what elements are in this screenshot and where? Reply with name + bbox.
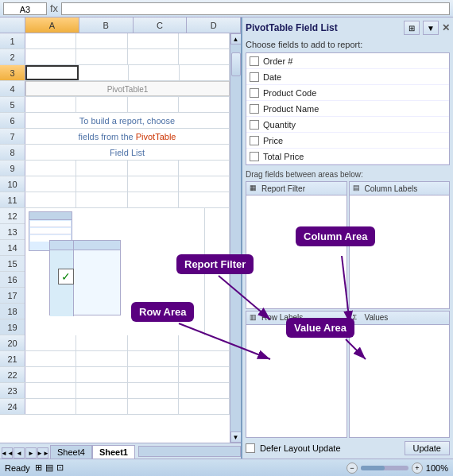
cell[interactable] <box>179 383 230 398</box>
cell[interactable] <box>76 399 127 414</box>
cell[interactable] <box>180 65 230 80</box>
nav-last[interactable]: ►► <box>37 447 48 459</box>
row-number: 20 <box>0 335 25 350</box>
cell[interactable] <box>25 399 76 414</box>
list-item[interactable]: Order # <box>246 53 449 69</box>
cell[interactable] <box>128 383 179 398</box>
cell[interactable] <box>76 192 127 207</box>
col-header-c[interactable]: C <box>134 17 188 33</box>
column-labels-zone[interactable]: ▤ Column Labels <box>349 181 451 309</box>
zoom-out-button[interactable]: − <box>347 462 358 474</box>
cell[interactable] <box>128 176 179 192</box>
cell[interactable] <box>76 383 127 398</box>
page-layout-icon[interactable]: ⊞ <box>35 462 42 473</box>
scroll-up-button[interactable]: ▲ <box>230 33 242 45</box>
cell[interactable] <box>128 49 179 64</box>
cell[interactable] <box>128 335 179 350</box>
cell[interactable] <box>179 335 230 350</box>
row-number: 1 <box>0 33 25 48</box>
cell[interactable] <box>179 351 230 366</box>
cell[interactable] <box>179 33 230 48</box>
field-checkbox-product-name[interactable] <box>250 104 259 114</box>
cell[interactable] <box>25 161 76 176</box>
cell[interactable] <box>79 65 130 80</box>
nav-first[interactable]: ◄◄ <box>2 447 13 459</box>
nav-next[interactable]: ► <box>25 447 37 459</box>
cell[interactable] <box>179 161 230 176</box>
cell[interactable] <box>179 399 230 414</box>
field-checkbox-price[interactable] <box>250 136 259 145</box>
cell[interactable] <box>25 192 76 207</box>
cell[interactable] <box>179 97 230 112</box>
field-checkbox-quantity[interactable] <box>250 120 259 130</box>
list-item[interactable]: Price <box>246 133 449 149</box>
row-labels-zone[interactable]: ▥ Row Labels <box>246 311 347 439</box>
zoom-in-button[interactable]: + <box>412 462 423 474</box>
cell[interactable] <box>129 65 180 80</box>
scroll-thumb[interactable] <box>231 52 241 76</box>
cell[interactable] <box>128 33 179 48</box>
page-view-icon[interactable]: ⊡ <box>56 462 64 473</box>
col-header-b[interactable]: B <box>79 17 134 33</box>
field-list-options-button[interactable]: ⊞ <box>404 21 420 35</box>
page-break-icon[interactable]: ▤ <box>45 462 53 473</box>
report-filter-zone[interactable]: ▦ Report Filter <box>246 181 347 309</box>
vertical-scrollbar[interactable]: ▲ ▼ <box>230 33 241 443</box>
column-headers: A B C D <box>0 17 241 33</box>
col-header-a[interactable]: A <box>25 17 79 33</box>
scroll-down-button[interactable]: ▼ <box>230 431 242 443</box>
list-item[interactable]: Date <box>246 69 449 85</box>
field-list-close-button[interactable]: ✕ <box>442 22 450 33</box>
active-cell-a3[interactable] <box>25 65 79 80</box>
cell[interactable] <box>128 367 179 382</box>
cell[interactable] <box>76 161 127 176</box>
col-header-d[interactable]: D <box>187 17 241 33</box>
cell[interactable] <box>76 33 127 48</box>
field-list-dropdown-button[interactable]: ▼ <box>423 21 439 35</box>
cell[interactable] <box>76 176 127 192</box>
list-item[interactable]: Quantity <box>246 117 449 133</box>
cell[interactable] <box>76 335 127 350</box>
cell[interactable] <box>179 367 230 382</box>
cell[interactable] <box>76 97 127 112</box>
cell[interactable] <box>25 33 76 48</box>
values-zone[interactable]: Σ Values <box>349 311 451 439</box>
field-checkbox-product-code[interactable] <box>250 88 259 98</box>
zoom-track[interactable] <box>361 466 408 470</box>
nav-prev[interactable]: ◄ <box>14 447 25 459</box>
list-item[interactable]: Product Name <box>246 101 449 117</box>
defer-checkbox[interactable] <box>246 443 255 453</box>
cell[interactable] <box>25 97 76 112</box>
sheet-tab-sheet1[interactable]: Sheet1 <box>92 445 135 459</box>
list-item[interactable]: Total Price <box>246 149 449 164</box>
cell[interactable] <box>179 49 230 64</box>
zoom-percent: 100% <box>426 463 448 473</box>
cell[interactable] <box>128 161 179 176</box>
cell[interactable] <box>128 351 179 366</box>
cell[interactable] <box>179 176 230 192</box>
cell[interactable] <box>76 367 127 382</box>
field-checkbox-total-price[interactable] <box>250 152 259 161</box>
sheet-tab-sheet4[interactable]: Sheet4 <box>50 445 92 459</box>
cell[interactable] <box>25 383 76 398</box>
scroll-track[interactable] <box>230 45 242 431</box>
update-button[interactable]: Update <box>405 441 450 455</box>
cell-reference[interactable]: A3 <box>3 2 47 15</box>
cell[interactable] <box>25 367 76 382</box>
cell[interactable] <box>128 399 179 414</box>
cell[interactable] <box>25 49 76 64</box>
list-item[interactable]: Product Code <box>246 85 449 101</box>
corner-cell[interactable] <box>0 17 25 33</box>
horizontal-scrollbar[interactable] <box>138 446 241 457</box>
formula-input[interactable] <box>61 2 450 15</box>
cell[interactable] <box>25 351 76 366</box>
cell[interactable] <box>128 192 179 207</box>
cell[interactable] <box>76 49 127 64</box>
field-checkbox-date[interactable] <box>250 72 259 82</box>
cell[interactable] <box>25 335 76 350</box>
cell[interactable] <box>179 192 230 207</box>
cell[interactable] <box>25 176 76 192</box>
field-checkbox-order[interactable] <box>250 56 259 66</box>
cell[interactable] <box>76 351 127 366</box>
cell[interactable] <box>128 97 179 112</box>
